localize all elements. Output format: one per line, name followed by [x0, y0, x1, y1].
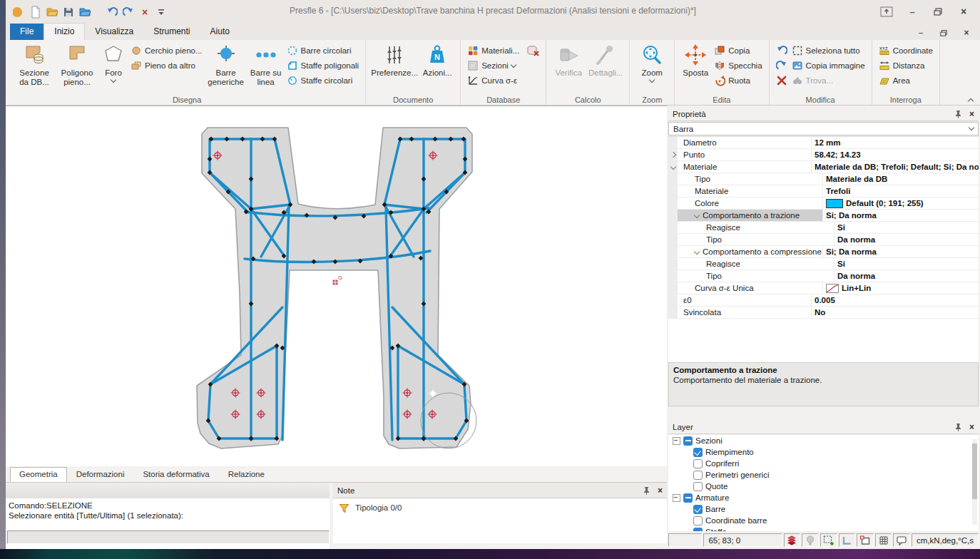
pin-icon[interactable]	[954, 423, 962, 431]
new-file-icon[interactable]	[29, 6, 42, 19]
distanza-button[interactable]: Distanza	[877, 58, 935, 73]
tree-collapse-icon[interactable]	[673, 437, 680, 445]
trova-button[interactable]: Trova...	[790, 73, 867, 88]
save-icon[interactable]	[62, 6, 75, 19]
seleziona-tutto-button[interactable]: Seleziona tutto	[790, 43, 867, 58]
zoom-button[interactable]: Zoom	[634, 41, 670, 84]
undo-icon[interactable]	[106, 6, 118, 19]
copia-immagine-button[interactable]: Copia immagine	[790, 58, 867, 73]
staffe-circolari-button[interactable]: Staffe circolari	[285, 73, 362, 88]
filter-icon[interactable]	[339, 503, 349, 513]
barre-circolari-button[interactable]: Barre circolari	[285, 43, 362, 58]
staffe-poligonali-button[interactable]: Staffe poligonali	[285, 58, 362, 73]
restore-icon[interactable]	[938, 28, 949, 38]
layer-checkbox[interactable]	[693, 505, 703, 514]
pieno-da-altro-button[interactable]: Pieno da altro	[128, 58, 205, 73]
specchia-button[interactable]: Specchia	[712, 58, 764, 73]
property-value[interactable]: Materiale da DB; Trefoli; Default; Si; D…	[812, 161, 979, 173]
tab-visualizza[interactable]: Visualizza	[85, 24, 143, 40]
property-value[interactable]: Si; Da norma	[823, 246, 979, 257]
property-row-reagisce[interactable]: ReagisceSi	[668, 258, 979, 270]
expander-icon[interactable]	[670, 152, 675, 158]
abort-small-button[interactable]	[774, 73, 790, 88]
property-row-svincolata[interactable]: SvincolataNo	[668, 307, 979, 319]
pin-icon[interactable]	[954, 110, 962, 118]
layer-checkbox[interactable]	[693, 471, 703, 480]
foro-button[interactable]: Foro	[98, 41, 128, 84]
property-row-materiale[interactable]: MaterialeTrefoli	[668, 185, 979, 198]
undo-small-button[interactable]	[774, 43, 790, 58]
property-row-colore[interactable]: ColoreDefault (0; 191; 255)	[668, 198, 979, 210]
property-row-tipo[interactable]: TipoDa norma	[668, 234, 979, 246]
tree-collapse-icon[interactable]	[673, 494, 680, 502]
expander-icon[interactable]	[694, 249, 700, 255]
property-value[interactable]: Trefoli	[823, 185, 979, 197]
barre-su-linea-button[interactable]: Barre sulinea	[247, 41, 285, 89]
close-icon[interactable]: ×	[957, 6, 970, 17]
property-value[interactable]: Si	[834, 222, 979, 233]
property-value[interactable]: Si	[834, 258, 979, 270]
command-console[interactable]: Comando:SELEZIONE Selezionare entità [Tu…	[6, 498, 330, 530]
coordinate-button[interactable]: XYZCoordinate	[877, 43, 935, 58]
property-row-materiale[interactable]: MaterialeMateriale da DB; Trefoli; Defau…	[668, 161, 979, 173]
layers-icon[interactable]	[784, 533, 801, 547]
tab-deformazioni[interactable]: Deformazioni	[67, 467, 134, 482]
restore-icon[interactable]	[931, 6, 944, 17]
area-button[interactable]: Area	[877, 73, 935, 88]
close-icon[interactable]: ×	[969, 111, 974, 118]
dettagli-button[interactable]: Dettagli...	[586, 41, 625, 80]
redo-icon[interactable]	[122, 6, 135, 19]
tab-inizio[interactable]: Inizio	[44, 23, 85, 40]
grid-icon[interactable]	[875, 533, 892, 547]
tab-relazione[interactable]: Relazione	[219, 467, 274, 482]
tab-storia-deformativa[interactable]: Storia deformativa	[133, 467, 218, 482]
abort-icon[interactable]: ×	[138, 6, 151, 19]
lamp-icon[interactable]	[802, 533, 819, 547]
open-project-icon[interactable]	[78, 6, 91, 19]
db-delete-icon[interactable]	[526, 45, 539, 56]
minimize-icon[interactable]: –	[915, 28, 926, 38]
property-value[interactable]: Si; Da norma	[823, 210, 979, 221]
tab-geometria[interactable]: Geometria	[10, 467, 67, 482]
sezione-da-db-button[interactable]: Sezioneda DB...	[13, 41, 56, 89]
ruota-button[interactable]: Ruota	[712, 73, 764, 88]
property-value[interactable]: Materiale da DB	[823, 173, 979, 185]
app-icon[interactable]	[13, 6, 26, 19]
snap-icon[interactable]	[857, 533, 874, 547]
property-value[interactable]: 58.42; 14.23	[812, 149, 979, 160]
property-value[interactable]: Default (0; 191; 255)	[823, 198, 979, 209]
cerchio-pieno-button[interactable]: Cerchio pieno...	[128, 43, 205, 58]
copia-button[interactable]: Copia	[712, 43, 764, 58]
layer-checkbox[interactable]	[693, 459, 703, 468]
azioni-button[interactable]: NAzioni...	[419, 41, 456, 80]
expander-icon[interactable]	[670, 164, 675, 170]
property-value[interactable]: No	[812, 307, 979, 318]
property-row-0[interactable]: ε00.005	[668, 294, 979, 307]
customize-toolbar-icon[interactable]	[155, 6, 168, 19]
tab-strumenti[interactable]: Strumenti	[143, 24, 200, 40]
materiali-button[interactable]: Materiali...	[465, 43, 541, 58]
layer-checkbox[interactable]	[693, 448, 703, 457]
layer-scrollbar[interactable]	[972, 439, 977, 525]
tab-file[interactable]: File	[10, 24, 44, 40]
poligono-pieno-button[interactable]: Poligonopieno...	[56, 41, 98, 89]
command-panel-header[interactable]	[6, 483, 330, 499]
scrollbar-thumb[interactable]	[972, 443, 977, 499]
ribbon-toggle-icon[interactable]	[880, 6, 893, 17]
layer-checkbox[interactable]	[693, 516, 703, 525]
property-row-punto[interactable]: Punto58.42; 14.23	[668, 149, 979, 161]
property-row-diametro[interactable]: Diametro12 mm	[668, 137, 979, 149]
tooltip-icon[interactable]	[893, 533, 910, 547]
property-row-reagisce[interactable]: ReagisceSi	[668, 222, 979, 234]
select-add-icon[interactable]	[820, 533, 837, 547]
open-file-icon[interactable]	[46, 6, 58, 19]
property-value[interactable]: Da norma	[834, 234, 979, 245]
property-row-tipo[interactable]: TipoMateriale da DB	[668, 173, 979, 185]
property-row-comportamento-a-trazione[interactable]: Comportamento a trazioneSi; Da norma	[668, 210, 979, 222]
drawing-canvas[interactable]: G	[6, 106, 667, 467]
redo-small-button[interactable]	[774, 58, 790, 73]
command-input[interactable]	[7, 530, 330, 544]
layer-checkbox[interactable]	[693, 482, 703, 491]
curva-button[interactable]: Curva σ-ε	[465, 73, 541, 88]
sezioni-button[interactable]: Sezioni	[465, 58, 541, 73]
